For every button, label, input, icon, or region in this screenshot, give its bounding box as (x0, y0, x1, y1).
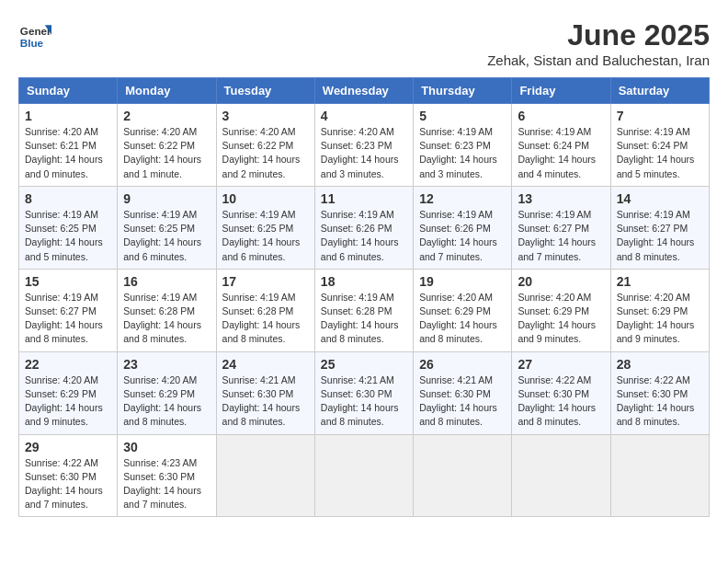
day-info: Sunrise: 4:20 AMSunset: 6:22 PMDaylight:… (123, 125, 210, 181)
day-number: 6 (518, 109, 604, 123)
calendar-cell: 20Sunrise: 4:20 AMSunset: 6:29 PMDayligh… (512, 269, 610, 351)
day-info: Sunrise: 4:19 AMSunset: 6:25 PMDaylight:… (222, 208, 309, 264)
calendar-week-row: 22Sunrise: 4:20 AMSunset: 6:29 PMDayligh… (19, 351, 710, 434)
calendar-cell: 12Sunrise: 4:19 AMSunset: 6:26 PMDayligh… (414, 186, 512, 269)
calendar-cell: 8Sunrise: 4:19 AMSunset: 6:25 PMDaylight… (19, 186, 118, 269)
calendar-cell (414, 434, 512, 517)
day-info: Sunrise: 4:19 AMSunset: 6:27 PMDaylight:… (617, 208, 703, 264)
calendar-cell: 1Sunrise: 4:20 AMSunset: 6:21 PMDaylight… (19, 104, 118, 187)
day-number: 4 (321, 109, 407, 123)
calendar-cell: 29Sunrise: 4:22 AMSunset: 6:30 PMDayligh… (19, 434, 118, 517)
calendar-cell: 18Sunrise: 4:19 AMSunset: 6:28 PMDayligh… (314, 269, 413, 351)
calendar-cell: 27Sunrise: 4:22 AMSunset: 6:30 PMDayligh… (512, 351, 610, 434)
calendar-cell (314, 434, 413, 517)
calendar-cell: 30Sunrise: 4:23 AMSunset: 6:30 PMDayligh… (118, 434, 216, 517)
day-number: 3 (222, 109, 309, 123)
weekday-header: Thursday (414, 78, 512, 104)
day-info: Sunrise: 4:22 AMSunset: 6:30 PMDaylight:… (518, 373, 604, 430)
calendar-cell (216, 434, 314, 517)
day-info: Sunrise: 4:19 AMSunset: 6:27 PMDaylight:… (518, 208, 604, 264)
day-number: 17 (222, 274, 309, 289)
day-number: 7 (617, 109, 703, 123)
calendar-cell: 28Sunrise: 4:22 AMSunset: 6:30 PMDayligh… (610, 351, 709, 434)
svg-text:Blue: Blue (20, 37, 44, 49)
calendar-week-row: 8Sunrise: 4:19 AMSunset: 6:25 PMDaylight… (19, 186, 710, 269)
logo: General Blue (18, 18, 51, 52)
day-info: Sunrise: 4:19 AMSunset: 6:27 PMDaylight:… (25, 291, 111, 347)
calendar-table: SundayMondayTuesdayWednesdayThursdayFrid… (18, 77, 710, 517)
calendar-cell: 15Sunrise: 4:19 AMSunset: 6:27 PMDayligh… (19, 269, 118, 351)
day-number: 30 (123, 440, 210, 454)
calendar-cell: 16Sunrise: 4:19 AMSunset: 6:28 PMDayligh… (118, 269, 216, 351)
day-number: 11 (321, 191, 407, 206)
day-info: Sunrise: 4:20 AMSunset: 6:29 PMDaylight:… (617, 291, 703, 347)
day-number: 8 (25, 191, 111, 206)
day-number: 28 (617, 357, 703, 372)
day-info: Sunrise: 4:22 AMSunset: 6:30 PMDaylight:… (617, 373, 703, 430)
weekday-header: Sunday (19, 78, 118, 104)
day-number: 24 (222, 357, 309, 372)
day-number: 9 (123, 191, 210, 206)
day-info: Sunrise: 4:20 AMSunset: 6:29 PMDaylight:… (123, 373, 210, 430)
calendar-cell: 24Sunrise: 4:21 AMSunset: 6:30 PMDayligh… (216, 351, 314, 434)
day-info: Sunrise: 4:19 AMSunset: 6:23 PMDaylight:… (419, 125, 506, 181)
calendar-cell: 7Sunrise: 4:19 AMSunset: 6:24 PMDaylight… (610, 104, 709, 187)
day-info: Sunrise: 4:19 AMSunset: 6:26 PMDaylight:… (419, 208, 506, 264)
day-number: 21 (617, 274, 703, 289)
calendar-cell: 17Sunrise: 4:19 AMSunset: 6:28 PMDayligh… (216, 269, 314, 351)
title-section: June 2025 Zehak, Sistan and Baluchestan,… (487, 18, 710, 68)
day-number: 13 (518, 191, 604, 206)
day-info: Sunrise: 4:19 AMSunset: 6:28 PMDaylight:… (123, 291, 210, 347)
calendar-cell: 21Sunrise: 4:20 AMSunset: 6:29 PMDayligh… (610, 269, 709, 351)
calendar-cell: 6Sunrise: 4:19 AMSunset: 6:24 PMDaylight… (512, 104, 610, 187)
day-number: 29 (25, 440, 111, 454)
day-info: Sunrise: 4:19 AMSunset: 6:24 PMDaylight:… (518, 125, 604, 181)
day-number: 20 (518, 274, 604, 289)
weekday-header: Friday (512, 78, 610, 104)
day-number: 26 (419, 357, 506, 372)
calendar-header-row: SundayMondayTuesdayWednesdayThursdayFrid… (19, 78, 710, 104)
day-number: 23 (123, 357, 210, 372)
month-year-title: June 2025 (487, 18, 710, 52)
day-number: 15 (25, 274, 111, 289)
calendar-cell: 2Sunrise: 4:20 AMSunset: 6:22 PMDaylight… (118, 104, 216, 187)
day-number: 14 (617, 191, 703, 206)
day-number: 27 (518, 357, 604, 372)
day-number: 18 (321, 274, 407, 289)
calendar-cell: 9Sunrise: 4:19 AMSunset: 6:25 PMDaylight… (118, 186, 216, 269)
calendar-cell: 26Sunrise: 4:21 AMSunset: 6:30 PMDayligh… (414, 351, 512, 434)
day-info: Sunrise: 4:20 AMSunset: 6:22 PMDaylight:… (222, 125, 309, 181)
calendar-cell: 22Sunrise: 4:20 AMSunset: 6:29 PMDayligh… (19, 351, 118, 434)
calendar-cell: 4Sunrise: 4:20 AMSunset: 6:23 PMDaylight… (314, 104, 413, 187)
page-header: General Blue June 2025 Zehak, Sistan and… (18, 18, 710, 68)
calendar-cell: 19Sunrise: 4:20 AMSunset: 6:29 PMDayligh… (414, 269, 512, 351)
calendar-week-row: 15Sunrise: 4:19 AMSunset: 6:27 PMDayligh… (19, 269, 710, 351)
weekday-header: Saturday (610, 78, 709, 104)
calendar-cell: 14Sunrise: 4:19 AMSunset: 6:27 PMDayligh… (610, 186, 709, 269)
calendar-week-row: 29Sunrise: 4:22 AMSunset: 6:30 PMDayligh… (19, 434, 710, 517)
day-info: Sunrise: 4:23 AMSunset: 6:30 PMDaylight:… (123, 456, 210, 512)
calendar-cell: 25Sunrise: 4:21 AMSunset: 6:30 PMDayligh… (314, 351, 413, 434)
day-number: 19 (419, 274, 506, 289)
calendar-cell: 23Sunrise: 4:20 AMSunset: 6:29 PMDayligh… (118, 351, 216, 434)
calendar-cell: 3Sunrise: 4:20 AMSunset: 6:22 PMDaylight… (216, 104, 314, 187)
logo-icon: General Blue (18, 18, 51, 52)
weekday-header: Wednesday (314, 78, 413, 104)
day-number: 16 (123, 274, 210, 289)
weekday-header: Tuesday (216, 78, 314, 104)
weekday-header: Monday (118, 78, 216, 104)
calendar-week-row: 1Sunrise: 4:20 AMSunset: 6:21 PMDaylight… (19, 104, 710, 187)
day-number: 22 (25, 357, 111, 372)
day-number: 10 (222, 191, 309, 206)
day-info: Sunrise: 4:20 AMSunset: 6:29 PMDaylight:… (25, 373, 111, 430)
day-info: Sunrise: 4:20 AMSunset: 6:29 PMDaylight:… (419, 291, 506, 347)
day-number: 12 (419, 191, 506, 206)
day-info: Sunrise: 4:21 AMSunset: 6:30 PMDaylight:… (321, 373, 407, 430)
day-number: 25 (321, 357, 407, 372)
day-info: Sunrise: 4:19 AMSunset: 6:25 PMDaylight:… (25, 208, 111, 264)
day-info: Sunrise: 4:19 AMSunset: 6:28 PMDaylight:… (222, 291, 309, 347)
day-info: Sunrise: 4:21 AMSunset: 6:30 PMDaylight:… (419, 373, 506, 430)
calendar-cell: 10Sunrise: 4:19 AMSunset: 6:25 PMDayligh… (216, 186, 314, 269)
day-info: Sunrise: 4:19 AMSunset: 6:24 PMDaylight:… (617, 125, 703, 181)
day-info: Sunrise: 4:19 AMSunset: 6:25 PMDaylight:… (123, 208, 210, 264)
